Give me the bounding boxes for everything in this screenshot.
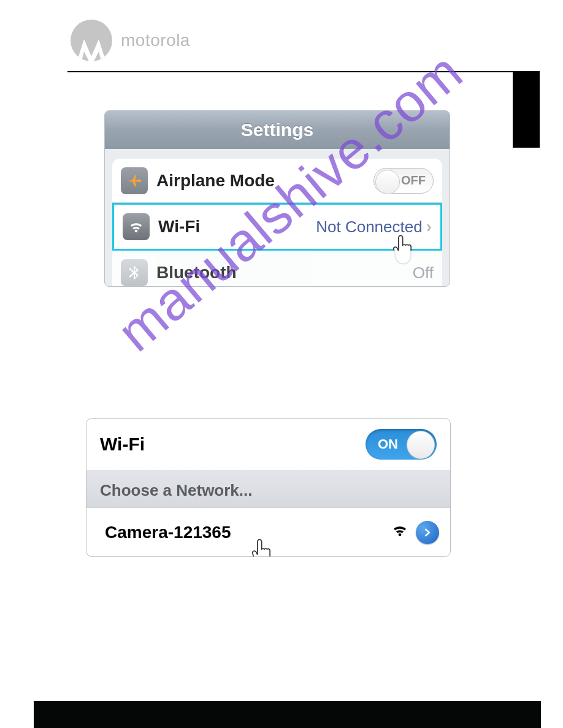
airplane-toggle[interactable]: OFF — [373, 168, 434, 194]
m-batwing-icon — [74, 36, 109, 61]
row-wifi[interactable]: Wi-Fi Not Connected › — [112, 203, 442, 251]
network-detail-button[interactable] — [416, 521, 439, 544]
wifi-network-panel: Wi-Fi ON Choose a Network... Camera-1213… — [86, 418, 451, 557]
settings-body: Airplane Mode OFF Wi-Fi Not Connected › — [105, 149, 450, 287]
brand-header: motorola — [71, 20, 190, 61]
wifi-signal-icon — [391, 523, 408, 542]
wifi-toggle[interactable]: ON — [366, 429, 437, 460]
header-rule — [67, 71, 540, 72]
airplane-icon — [121, 167, 148, 194]
footer-bar — [34, 701, 541, 728]
toggle-on-text: ON — [378, 436, 398, 452]
airplane-label: Airplane Mode — [156, 171, 373, 191]
toggle-off-text: OFF — [401, 173, 426, 188]
settings-title: Settings — [105, 111, 450, 149]
row-airplane-mode[interactable]: Airplane Mode OFF — [112, 159, 442, 203]
wifi-label: Wi-Fi — [158, 217, 316, 237]
brand-name: motorola — [121, 31, 190, 50]
network-name: Camera-121365 — [105, 523, 391, 542]
row-bluetooth[interactable]: Bluetooth Off — [112, 251, 442, 287]
ios-settings-panel: Settings Airplane Mode OFF — [104, 110, 450, 287]
network-row[interactable]: Camera-121365 — [86, 507, 450, 556]
side-tab — [513, 71, 540, 148]
wifi-glyph-icon — [128, 218, 145, 235]
bluetooth-label: Bluetooth — [156, 263, 413, 282]
airplane-glyph-icon — [126, 172, 143, 189]
chevron-right-icon: › — [426, 217, 432, 237]
choose-network-label: Choose a Network... — [86, 470, 450, 507]
bluetooth-icon — [121, 259, 148, 286]
bluetooth-glyph-icon — [127, 264, 142, 281]
motorola-logo-icon — [71, 20, 112, 61]
manual-page: motorola Settings Airplane Mode OFF — [0, 0, 563, 728]
wifi-header-label: Wi-Fi — [100, 434, 145, 455]
wifi-toggle-row: Wi-Fi ON — [86, 419, 450, 470]
wifi-icon — [123, 213, 150, 240]
bluetooth-value: Off — [413, 264, 434, 282]
chevron-right-icon — [423, 528, 432, 537]
wifi-value: Not Connected — [316, 218, 422, 237]
